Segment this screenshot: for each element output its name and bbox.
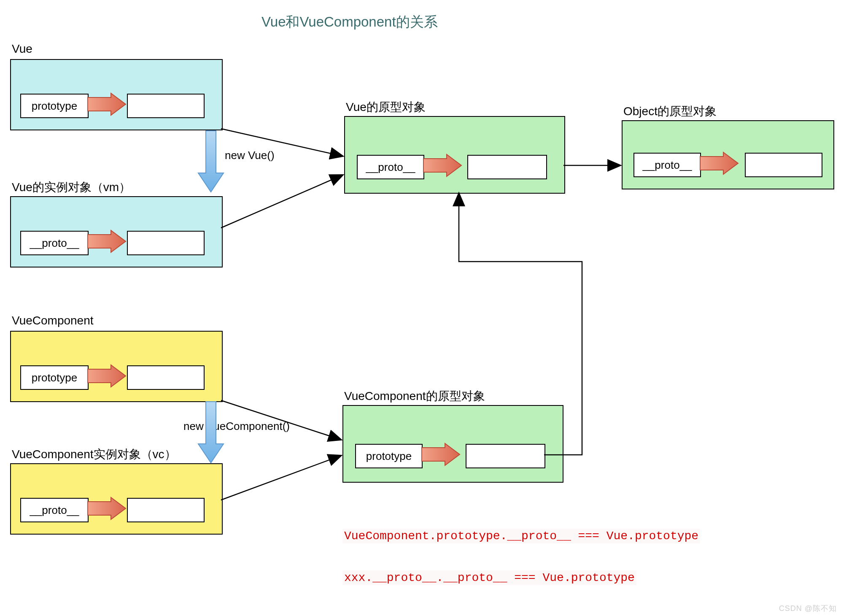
vuecomponent-prototype-slot [127, 365, 205, 390]
object-prototype-box: __proto__ [622, 120, 834, 189]
svg-line-4 [221, 456, 341, 500]
vue-box: prototype [10, 59, 223, 130]
vue-prototype-label: Vue的原型对象 [346, 99, 426, 115]
vc-prototype-inner-field: prototype [355, 444, 423, 468]
vc-instance-proto-field: __proto__ [20, 498, 89, 522]
vue-box-label: Vue [12, 42, 32, 56]
vue-prototype-slot [127, 94, 205, 118]
code-line-1: VueComponent.prototype.__proto__ === Vue… [342, 529, 700, 543]
vc-instance-proto-slot [127, 498, 205, 522]
vue-prototype-proto-field: __proto__ [357, 155, 424, 179]
watermark-text: CSDN @陈不知 [779, 603, 837, 613]
vue-instance-label: Vue的实例对象（vm） [12, 179, 131, 195]
vc-prototype-inner-slot [466, 444, 545, 468]
vc-prototype-label: VueComponent的原型对象 [344, 388, 485, 404]
vue-prototype-box: __proto__ [344, 116, 565, 194]
object-prototype-proto-field: __proto__ [633, 153, 701, 177]
vue-instance-proto-field: __proto__ [20, 231, 89, 255]
new-vc-label: new VueComponent() [183, 420, 290, 433]
svg-line-1 [221, 175, 342, 228]
object-prototype-proto-slot [745, 153, 822, 177]
diagram-title: Vue和VueComponent的关系 [261, 13, 438, 32]
vue-instance-proto-slot [127, 231, 205, 255]
vuecomponent-prototype-field: prototype [20, 365, 89, 390]
object-prototype-label: Object的原型对象 [623, 103, 717, 119]
vc-instance-box: __proto__ [10, 463, 223, 535]
vue-prototype-proto-slot [467, 155, 547, 179]
vuecomponent-box: prototype [10, 331, 223, 402]
vue-instance-box: __proto__ [10, 196, 223, 267]
vuecomponent-label: VueComponent [12, 314, 94, 327]
vue-prototype-field: prototype [20, 94, 89, 118]
vc-prototype-box: prototype [342, 405, 563, 483]
blue-down-arrow-icon [198, 131, 224, 192]
code-line-2: xxx.__proto__.__proto__ === Vue.prototyp… [342, 570, 636, 585]
vc-instance-label: VueComponent实例对象（vc） [12, 446, 176, 462]
new-vue-label: new Vue() [225, 149, 275, 162]
diagram-canvas: Vue和VueComponent的关系 Vue prototype Vue的实例… [0, 0, 841, 616]
